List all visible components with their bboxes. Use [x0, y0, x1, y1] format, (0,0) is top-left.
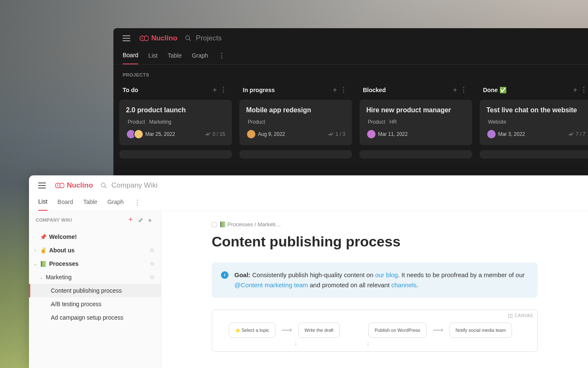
goal-label: Goal:	[234, 271, 250, 278]
card-tags: Product	[248, 119, 345, 125]
menu-icon[interactable]	[38, 183, 46, 188]
card-tags: ProductMarketing	[128, 119, 225, 125]
svg-point-0	[186, 36, 189, 40]
collapse-icon[interactable]: «	[146, 217, 154, 223]
copy-icon[interactable]: ⧉	[150, 247, 154, 253]
add-card-icon[interactable]: +	[572, 86, 579, 94]
tab-list[interactable]: List	[148, 49, 158, 64]
card[interactable]: Mobile app redesign Product Aug 9, 2022 …	[239, 100, 352, 145]
search[interactable]: Company Wiki	[100, 181, 158, 190]
copy-icon[interactable]: ⧉	[150, 261, 154, 267]
tab-more-icon[interactable]: ⋮	[218, 52, 225, 61]
add-card-icon[interactable]: +	[211, 86, 218, 94]
tab-table[interactable]: Table	[168, 49, 181, 64]
add-icon[interactable]: +	[126, 215, 136, 224]
menu-icon[interactable]	[123, 35, 130, 41]
checklist-count: 0 / 15	[205, 131, 225, 137]
item-label: Processes	[49, 260, 148, 267]
card-placeholder[interactable]	[119, 150, 232, 159]
card-title: Mobile app redesign	[246, 106, 345, 114]
canvas[interactable]: CANVAS Select a topic ⟶ Write the draft …	[212, 310, 538, 352]
brain-icon	[138, 34, 149, 42]
avatars	[366, 129, 374, 139]
item-emoji: 📌	[40, 234, 47, 240]
card-footer: Aug 9, 2022 1 / 3	[246, 129, 345, 139]
card-date: Mar 11, 2022	[378, 131, 465, 137]
breadcrumb[interactable]: 📗 Processes / Marketi…	[212, 221, 538, 228]
chevron-icon[interactable]: ⌄	[33, 262, 37, 266]
column-more-icon[interactable]: ⋮	[579, 86, 588, 94]
card-tags: ProductHR	[368, 119, 465, 125]
link-content-team[interactable]: @Content marketing team	[234, 281, 308, 289]
link-our-blog[interactable]: our blog	[375, 271, 398, 278]
arrow-icon: ⟶	[433, 326, 444, 335]
column-more-icon[interactable]: ⋮	[339, 86, 349, 94]
card[interactable]: Test live chat on the website Website Ma…	[480, 100, 588, 145]
svg-line-1	[189, 39, 191, 41]
sidebar-item[interactable]: 📌Welcome!	[29, 230, 161, 244]
tab-board[interactable]: Board	[123, 48, 138, 64]
tab-table[interactable]: Table	[83, 196, 97, 210]
sidebar: COMPANY WIKI + ⤢ « 📌Welcome!›✌️About us⧉…	[29, 211, 161, 368]
avatar	[134, 129, 144, 139]
column-more-icon[interactable]: ⋮	[459, 86, 469, 94]
card-placeholder[interactable]	[360, 150, 472, 159]
flow-node[interactable]: Write the draft	[298, 323, 340, 338]
sidebar-item[interactable]: Ad campaign setup process	[29, 311, 161, 324]
checklist-count: 7 / 7	[568, 131, 585, 137]
brand-text: Nuclino	[151, 34, 177, 42]
chevron-icon[interactable]: ›	[33, 248, 37, 253]
board-column: Blocked + ⋮Hire new product manager Prod…	[360, 82, 472, 164]
column-more-icon[interactable]: ⋮	[218, 86, 228, 94]
column-title: Done ✅	[483, 87, 572, 93]
card[interactable]: Hire new product manager ProductHR Mar 1…	[360, 100, 472, 145]
copy-icon[interactable]: ⧉	[150, 274, 154, 280]
card-date: Mar 3, 2022	[498, 131, 564, 137]
add-card-icon[interactable]: +	[331, 86, 339, 94]
sidebar-item[interactable]: Content publishing process	[29, 284, 161, 297]
wiki-window: Nuclino Company Wiki List Board Table Gr…	[29, 175, 588, 368]
checkbox-icon[interactable]	[212, 222, 217, 227]
checklist-count: 1 / 3	[328, 131, 345, 137]
flow-node[interactable]: Select a topic	[229, 323, 276, 338]
flow-node[interactable]: Notify social media team	[449, 323, 512, 338]
expand-icon[interactable]: ⤢	[136, 217, 146, 223]
tag: Product	[128, 119, 145, 125]
callout-text: .	[417, 281, 418, 289]
card-placeholder[interactable]	[239, 150, 352, 159]
board-column: To do + ⋮2.0 product launch ProductMarke…	[119, 82, 232, 164]
card[interactable]: 2.0 product launch ProductMarketing Mar …	[119, 100, 232, 145]
sidebar-item[interactable]: ›✌️About us⧉	[29, 244, 161, 257]
tab-board[interactable]: Board	[58, 196, 73, 210]
item-label: A/B testing process	[51, 301, 154, 307]
logo[interactable]: Nuclino	[138, 34, 177, 42]
flow-node[interactable]: Publish on WordPress	[368, 323, 427, 338]
svg-point-2	[101, 183, 105, 187]
board-columns: To do + ⋮2.0 product launch ProductMarke…	[113, 82, 588, 164]
logo[interactable]: Nuclino	[53, 181, 93, 190]
item-label: Welcome!	[49, 233, 154, 240]
card-footer: Mar 25, 2022 0 / 15	[126, 129, 225, 139]
card-title: Test live chat on the website	[486, 106, 585, 114]
card-footer: Mar 3, 2022 7 / 7	[486, 129, 585, 139]
tab-graph[interactable]: Graph	[192, 49, 208, 64]
avatar	[486, 129, 496, 139]
avatar	[246, 129, 256, 139]
card-date: Mar 25, 2022	[145, 131, 201, 137]
dark-header: Nuclino Projects	[113, 28, 588, 48]
chevron-icon[interactable]: ⌄	[39, 275, 43, 280]
tag: Product	[368, 119, 385, 125]
card-placeholder[interactable]	[480, 150, 588, 159]
tag: HR	[389, 119, 396, 125]
add-card-icon[interactable]: +	[452, 86, 459, 94]
sidebar-item[interactable]: A/B testing process	[29, 297, 161, 311]
sidebar-item[interactable]: ⌄📗Processes⧉	[29, 257, 161, 270]
search-icon	[100, 182, 107, 189]
item-emoji: 📗	[40, 261, 47, 267]
search[interactable]: Projects	[185, 34, 221, 42]
sidebar-item[interactable]: ⌄Marketing⧉	[29, 270, 161, 284]
tab-more-icon[interactable]: ⋮	[134, 199, 141, 208]
tab-list[interactable]: List	[38, 196, 47, 211]
link-channels[interactable]: channels	[391, 281, 417, 289]
tab-graph[interactable]: Graph	[108, 196, 124, 210]
